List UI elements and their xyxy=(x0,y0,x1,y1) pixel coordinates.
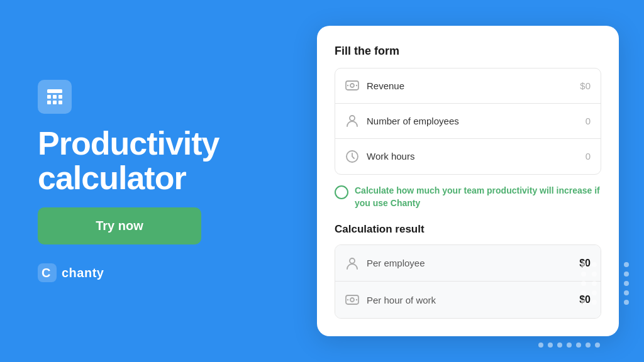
svg-rect-2 xyxy=(53,95,57,99)
revenue-label: Revenue xyxy=(367,80,404,91)
employees-label: Number of employees xyxy=(367,116,459,126)
per-employee-icon xyxy=(345,256,359,270)
svg-point-13 xyxy=(350,116,355,121)
svg-point-19 xyxy=(356,299,357,300)
svg-rect-6 xyxy=(58,101,62,104)
calc-link-icon xyxy=(335,185,348,199)
svg-rect-0 xyxy=(47,89,62,93)
results-title: Calculation result xyxy=(335,223,601,236)
calc-link-text: Calculate how much your team productivit… xyxy=(355,185,601,209)
employees-icon xyxy=(345,114,359,128)
revenue-value: $0 xyxy=(580,80,591,91)
clock-icon xyxy=(345,150,359,163)
svg-rect-4 xyxy=(47,101,51,104)
form-title: Fill the form xyxy=(335,45,601,58)
bottom-dots xyxy=(538,343,600,348)
revenue-icon xyxy=(345,79,359,92)
per-employee-label: Per employee xyxy=(367,258,425,268)
calc-link-row[interactable]: Calculate how much your team productivit… xyxy=(335,185,601,209)
svg-point-18 xyxy=(347,299,348,300)
left-panel: Productivity calculator Try now C chanty xyxy=(38,80,219,282)
page-title: Productivity calculator xyxy=(38,126,219,195)
try-now-button[interactable]: Try now xyxy=(38,207,201,244)
svg-text:C: C xyxy=(42,266,50,280)
form-table: Revenue $0 Number of employees 0 W xyxy=(335,68,601,175)
per-hour-label: Per hour of work xyxy=(367,295,436,305)
svg-point-10 xyxy=(350,84,354,87)
workhours-row[interactable]: Work hours 0 xyxy=(335,139,601,174)
per-hour-row: Per hour of work $0 xyxy=(335,282,601,318)
svg-point-11 xyxy=(347,85,348,86)
per-hour-icon xyxy=(345,293,359,307)
revenue-row[interactable]: Revenue $0 xyxy=(335,69,601,104)
calculator-icon xyxy=(38,80,72,114)
dots-decoration xyxy=(581,262,630,305)
svg-point-12 xyxy=(356,85,357,86)
svg-rect-3 xyxy=(58,95,62,99)
calculator-card: Fill the form Revenue $0 N xyxy=(317,26,619,336)
chanty-logo: C chanty xyxy=(38,263,219,282)
employees-row[interactable]: Number of employees 0 xyxy=(335,104,601,139)
svg-rect-1 xyxy=(47,95,51,99)
svg-rect-5 xyxy=(53,101,57,104)
results-table: Per employee $0 Per hour of work $0 xyxy=(335,244,601,319)
employees-value: 0 xyxy=(586,116,591,126)
svg-point-15 xyxy=(350,258,355,263)
workhours-label: Work hours xyxy=(367,151,414,162)
workhours-value: 0 xyxy=(586,151,591,162)
per-employee-row: Per employee $0 xyxy=(335,245,601,282)
chanty-name: chanty xyxy=(62,266,104,280)
svg-point-17 xyxy=(350,298,354,302)
